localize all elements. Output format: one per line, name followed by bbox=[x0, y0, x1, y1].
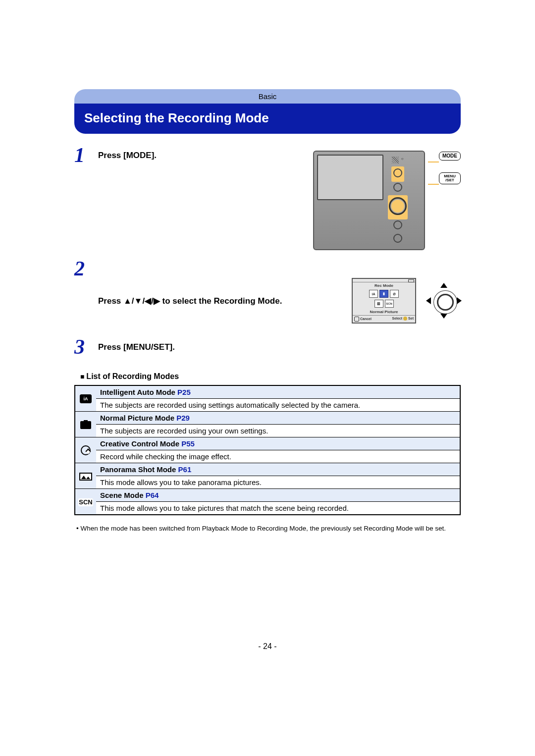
menu-set-label: MENU/SET bbox=[439, 172, 461, 184]
dpad-arrows-text: ▲/▼/◀/▶ bbox=[123, 296, 160, 306]
page-number: - 24 - bbox=[74, 642, 461, 651]
set-icon bbox=[403, 317, 407, 321]
scene-mode-icon: SCN bbox=[78, 498, 93, 506]
dpad-button[interactable] bbox=[389, 197, 407, 215]
page-title: Selecting the Recording Mode bbox=[74, 104, 461, 134]
step-1-text: Press [MODE]. bbox=[98, 151, 313, 161]
page-ref-link[interactable]: P61 bbox=[178, 465, 192, 474]
mode-description: The subjects are recorded using your own… bbox=[96, 425, 460, 437]
back-icon bbox=[354, 317, 359, 322]
list-heading: List of Recording Modes bbox=[80, 372, 461, 381]
step-1: 1 Press [MODE]. ○ MOD bbox=[74, 147, 461, 250]
camera-illustration: ○ bbox=[313, 151, 425, 250]
button-icon bbox=[393, 234, 402, 243]
mode-option-icon: ▮ bbox=[379, 290, 388, 298]
mode-description: This mode allows you to take pictures th… bbox=[96, 502, 460, 515]
mode-name: Panorama Shot Mode P61 bbox=[96, 463, 460, 476]
selected-mode-label: Normal Picture bbox=[353, 309, 415, 315]
mode-label: MODE bbox=[439, 152, 461, 161]
button-icon bbox=[393, 220, 402, 229]
mode-name: Creative Control Mode P55 bbox=[96, 437, 460, 450]
page-ref-link[interactable]: P55 bbox=[181, 439, 195, 448]
step-number: 2 bbox=[74, 258, 98, 279]
speaker-icon bbox=[392, 157, 399, 163]
button-icon bbox=[393, 183, 402, 192]
creative-mode-icon bbox=[81, 445, 91, 455]
step-2: 2 Press ▲/▼/◀/▶ to select the Recording … bbox=[74, 260, 461, 324]
panorama-mode-icon bbox=[79, 473, 92, 481]
mode-name: Intelligent Auto Mode P25 bbox=[96, 385, 460, 399]
dpad-icon bbox=[427, 284, 461, 318]
mode-description: The subjects are recorded using settings… bbox=[96, 399, 460, 412]
recording-modes-table: iAIntelligent Auto Mode P25The subjects … bbox=[74, 385, 461, 515]
page-ref-link[interactable]: P64 bbox=[146, 491, 159, 499]
footnote: • When the mode has been switched from P… bbox=[74, 524, 461, 533]
section-label: Basic bbox=[74, 89, 461, 104]
step-number: 1 bbox=[74, 145, 98, 165]
mode-description: This mode allows you to take panorama pi… bbox=[96, 476, 460, 489]
mode-option-icon: iA bbox=[369, 290, 378, 298]
page-ref-link[interactable]: P25 bbox=[177, 388, 191, 396]
mode-option-icon: SCN bbox=[385, 300, 394, 308]
mode-option-icon: ▥ bbox=[374, 300, 383, 308]
screen-title: Rec Mode bbox=[353, 282, 415, 289]
mode-name: Normal Picture Mode P29 bbox=[96, 412, 460, 425]
step-3: 3 Press [MENU/SET]. bbox=[74, 338, 461, 357]
step-number: 3 bbox=[74, 336, 98, 357]
page-ref-link[interactable]: P29 bbox=[176, 414, 190, 422]
step-2-text: Press ▲/▼/◀/▶ to select the Recording Mo… bbox=[98, 296, 347, 306]
battery-icon bbox=[408, 279, 414, 282]
camera-lcd bbox=[317, 155, 383, 200]
ia-mode-icon: iA bbox=[80, 394, 92, 403]
mode-name: Scene Mode P64 bbox=[96, 489, 460, 502]
rec-mode-screen: Rec Mode iA ▮ Ø ▥ SCN Normal Picture Can… bbox=[352, 278, 416, 324]
step-3-text: Press [MENU/SET]. bbox=[98, 342, 461, 352]
mode-description: Record while checking the image effect. bbox=[96, 450, 460, 463]
mode-button[interactable] bbox=[393, 168, 402, 177]
mode-option-icon: Ø bbox=[390, 290, 399, 298]
camera-mode-icon bbox=[80, 421, 91, 429]
